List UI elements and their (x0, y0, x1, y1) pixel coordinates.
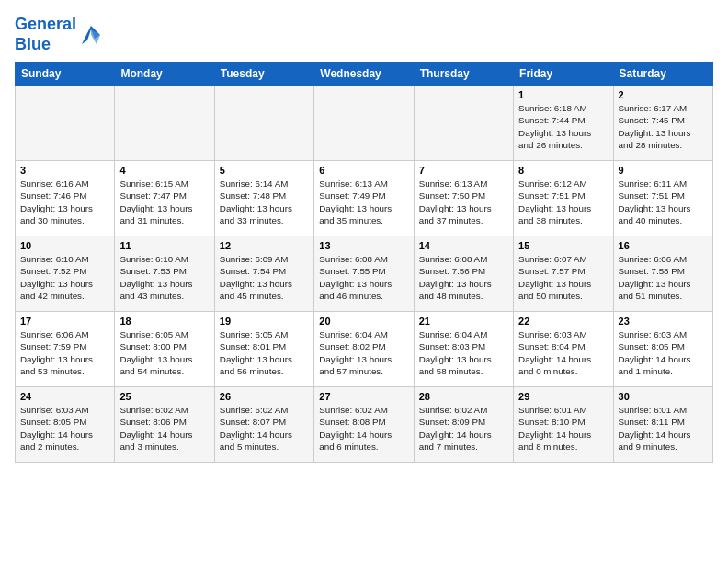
day-number: 20 (319, 316, 408, 327)
calendar-cell: 25Sunrise: 6:02 AM Sunset: 8:06 PM Dayli… (115, 387, 214, 463)
day-number: 18 (119, 316, 209, 327)
day-info: Sunrise: 6:14 AM Sunset: 7:48 PM Dayligh… (220, 178, 309, 226)
weekday-header-sunday: Sunday (16, 63, 115, 86)
day-number: 19 (220, 316, 309, 327)
day-info: Sunrise: 6:08 AM Sunset: 7:55 PM Dayligh… (319, 253, 408, 302)
day-info: Sunrise: 6:10 AM Sunset: 7:52 PM Dayligh… (20, 253, 109, 302)
calendar-cell: 19Sunrise: 6:05 AM Sunset: 8:01 PM Dayli… (214, 312, 313, 387)
day-number: 3 (20, 165, 109, 176)
day-info: Sunrise: 6:03 AM Sunset: 8:05 PM Dayligh… (20, 404, 109, 453)
day-info: Sunrise: 6:01 AM Sunset: 8:10 PM Dayligh… (518, 404, 608, 453)
day-number: 8 (518, 165, 608, 176)
calendar-cell: 26Sunrise: 6:02 AM Sunset: 8:07 PM Dayli… (214, 387, 313, 463)
day-info: Sunrise: 6:10 AM Sunset: 7:53 PM Dayligh… (119, 253, 209, 302)
day-number: 28 (419, 391, 508, 402)
calendar-cell: 22Sunrise: 6:03 AM Sunset: 8:04 PM Dayli… (514, 312, 613, 387)
calendar-cell: 4Sunrise: 6:15 AM Sunset: 7:47 PM Daylig… (115, 161, 214, 236)
day-info: Sunrise: 6:04 AM Sunset: 8:03 PM Dayligh… (419, 328, 508, 377)
day-info: Sunrise: 6:05 AM Sunset: 8:01 PM Dayligh… (220, 328, 309, 377)
day-info: Sunrise: 6:12 AM Sunset: 7:51 PM Dayligh… (518, 178, 608, 226)
calendar-cell: 14Sunrise: 6:08 AM Sunset: 7:56 PM Dayli… (414, 236, 513, 312)
calendar-cell: 6Sunrise: 6:13 AM Sunset: 7:49 PM Daylig… (314, 161, 414, 236)
day-info: Sunrise: 6:08 AM Sunset: 7:56 PM Dayligh… (419, 253, 508, 302)
day-info: Sunrise: 6:17 AM Sunset: 7:45 PM Dayligh… (619, 102, 708, 151)
day-number: 21 (419, 316, 508, 327)
day-info: Sunrise: 6:09 AM Sunset: 7:54 PM Dayligh… (220, 253, 309, 302)
calendar-cell: 20Sunrise: 6:04 AM Sunset: 8:02 PM Dayli… (314, 312, 414, 387)
page-header: General Blue (15, 15, 713, 54)
day-number: 24 (20, 391, 109, 402)
logo-icon (78, 22, 104, 48)
day-info: Sunrise: 6:05 AM Sunset: 8:00 PM Dayligh… (119, 328, 209, 377)
calendar-cell: 28Sunrise: 6:02 AM Sunset: 8:09 PM Dayli… (414, 387, 513, 463)
day-info: Sunrise: 6:01 AM Sunset: 8:11 PM Dayligh… (619, 404, 708, 453)
calendar-cell (414, 86, 513, 161)
day-info: Sunrise: 6:03 AM Sunset: 8:05 PM Dayligh… (619, 328, 708, 377)
calendar-cell: 2Sunrise: 6:17 AM Sunset: 7:45 PM Daylig… (613, 86, 712, 161)
day-info: Sunrise: 6:06 AM Sunset: 7:59 PM Dayligh… (20, 328, 109, 377)
calendar-cell: 10Sunrise: 6:10 AM Sunset: 7:52 PM Dayli… (16, 236, 115, 312)
day-info: Sunrise: 6:02 AM Sunset: 8:07 PM Dayligh… (220, 404, 309, 453)
weekday-header-wednesday: Wednesday (314, 63, 414, 86)
day-number: 14 (419, 240, 508, 251)
calendar-cell (16, 86, 115, 161)
day-info: Sunrise: 6:18 AM Sunset: 7:44 PM Dayligh… (518, 102, 608, 151)
day-info: Sunrise: 6:07 AM Sunset: 7:57 PM Dayligh… (518, 253, 608, 302)
day-info: Sunrise: 6:15 AM Sunset: 7:47 PM Dayligh… (119, 178, 209, 226)
calendar-cell: 7Sunrise: 6:13 AM Sunset: 7:50 PM Daylig… (414, 161, 513, 236)
day-number: 22 (518, 316, 608, 327)
day-number: 6 (319, 165, 408, 176)
weekday-header-monday: Monday (115, 63, 214, 86)
day-info: Sunrise: 6:06 AM Sunset: 7:58 PM Dayligh… (619, 253, 708, 302)
calendar-cell (214, 86, 313, 161)
day-number: 23 (619, 316, 708, 327)
day-info: Sunrise: 6:02 AM Sunset: 8:08 PM Dayligh… (319, 404, 408, 453)
day-number: 15 (518, 240, 608, 251)
calendar-cell: 18Sunrise: 6:05 AM Sunset: 8:00 PM Dayli… (115, 312, 214, 387)
logo: General Blue (15, 15, 104, 54)
calendar-cell: 29Sunrise: 6:01 AM Sunset: 8:10 PM Dayli… (514, 387, 613, 463)
day-number: 5 (220, 165, 309, 176)
day-number: 10 (20, 240, 109, 251)
day-info: Sunrise: 6:04 AM Sunset: 8:02 PM Dayligh… (319, 328, 408, 377)
day-info: Sunrise: 6:11 AM Sunset: 7:51 PM Dayligh… (619, 178, 708, 226)
day-info: Sunrise: 6:16 AM Sunset: 7:46 PM Dayligh… (20, 178, 109, 226)
calendar-cell: 27Sunrise: 6:02 AM Sunset: 8:08 PM Dayli… (314, 387, 414, 463)
calendar-cell: 17Sunrise: 6:06 AM Sunset: 7:59 PM Dayli… (16, 312, 115, 387)
day-info: Sunrise: 6:02 AM Sunset: 8:06 PM Dayligh… (119, 404, 209, 453)
day-info: Sunrise: 6:13 AM Sunset: 7:50 PM Dayligh… (419, 178, 508, 226)
calendar: SundayMondayTuesdayWednesdayThursdayFrid… (15, 62, 713, 463)
weekday-header-thursday: Thursday (414, 63, 513, 86)
day-number: 27 (319, 391, 408, 402)
day-info: Sunrise: 6:03 AM Sunset: 8:04 PM Dayligh… (518, 328, 608, 377)
calendar-cell: 16Sunrise: 6:06 AM Sunset: 7:58 PM Dayli… (613, 236, 712, 312)
calendar-cell: 1Sunrise: 6:18 AM Sunset: 7:44 PM Daylig… (514, 86, 613, 161)
day-info: Sunrise: 6:02 AM Sunset: 8:09 PM Dayligh… (419, 404, 508, 453)
day-info: Sunrise: 6:13 AM Sunset: 7:49 PM Dayligh… (319, 178, 408, 226)
logo-text: General Blue (15, 15, 76, 54)
calendar-cell: 9Sunrise: 6:11 AM Sunset: 7:51 PM Daylig… (613, 161, 712, 236)
day-number: 2 (619, 89, 708, 100)
calendar-cell: 3Sunrise: 6:16 AM Sunset: 7:46 PM Daylig… (16, 161, 115, 236)
day-number: 13 (319, 240, 408, 251)
day-number: 11 (119, 240, 209, 251)
weekday-header-tuesday: Tuesday (214, 63, 313, 86)
day-number: 12 (220, 240, 309, 251)
day-number: 25 (119, 391, 209, 402)
calendar-cell: 30Sunrise: 6:01 AM Sunset: 8:11 PM Dayli… (613, 387, 712, 463)
calendar-cell: 23Sunrise: 6:03 AM Sunset: 8:05 PM Dayli… (613, 312, 712, 387)
calendar-cell: 11Sunrise: 6:10 AM Sunset: 7:53 PM Dayli… (115, 236, 214, 312)
day-number: 9 (619, 165, 708, 176)
calendar-cell: 24Sunrise: 6:03 AM Sunset: 8:05 PM Dayli… (16, 387, 115, 463)
weekday-header-friday: Friday (514, 63, 613, 86)
calendar-cell (115, 86, 214, 161)
calendar-cell: 12Sunrise: 6:09 AM Sunset: 7:54 PM Dayli… (214, 236, 313, 312)
day-number: 7 (419, 165, 508, 176)
calendar-cell: 8Sunrise: 6:12 AM Sunset: 7:51 PM Daylig… (514, 161, 613, 236)
day-number: 4 (119, 165, 209, 176)
weekday-header-saturday: Saturday (613, 63, 712, 86)
calendar-cell: 5Sunrise: 6:14 AM Sunset: 7:48 PM Daylig… (214, 161, 313, 236)
calendar-cell (314, 86, 414, 161)
day-number: 1 (518, 89, 608, 100)
day-number: 30 (619, 391, 708, 402)
